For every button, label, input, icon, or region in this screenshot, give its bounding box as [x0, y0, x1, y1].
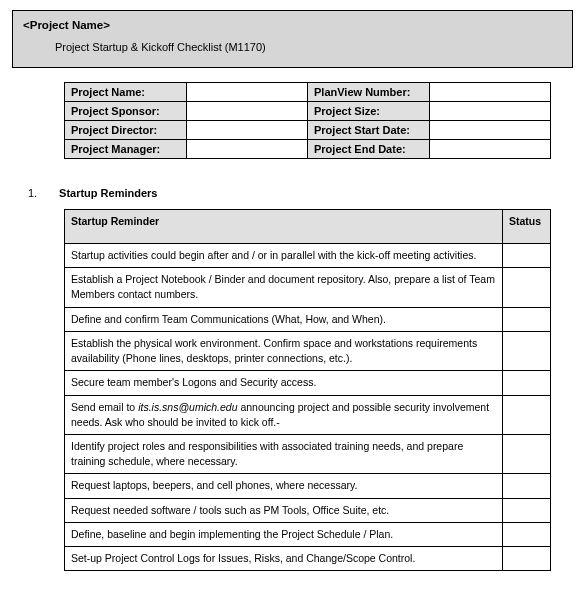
meta-label: Project Sponsor: [65, 102, 187, 121]
checklist-item-status [503, 307, 551, 331]
checklist-item-status [503, 244, 551, 268]
project-meta-block: Project Name:PlanView Number:Project Spo… [12, 82, 573, 159]
checklist-item-status [503, 371, 551, 395]
checklist-row: Request needed software / tools such as … [65, 498, 551, 522]
checklist-item-status [503, 331, 551, 370]
checklist-item-status [503, 268, 551, 307]
section-title: Startup Reminders [59, 187, 157, 199]
meta-label: Project Size: [308, 102, 430, 121]
checklist-item-text: Secure team member's Logons and Security… [65, 371, 503, 395]
checklist-row: Establish a Project Notebook / Binder an… [65, 268, 551, 307]
checklist-row: Identify project roles and responsibilit… [65, 434, 551, 473]
project-name-placeholder: <Project Name> [23, 19, 562, 31]
checklist-row: Establish the physical work environment.… [65, 331, 551, 370]
meta-label: Project Director: [65, 121, 187, 140]
checklist-item-text: Establish the physical work environment.… [65, 331, 503, 370]
checklist-item-text: Define and confirm Team Communications (… [65, 307, 503, 331]
meta-label: Project Name: [65, 83, 187, 102]
project-meta-table: Project Name:PlanView Number:Project Spo… [64, 82, 551, 159]
checklist-item-status [503, 474, 551, 498]
checklist-item-text: Request needed software / tools such as … [65, 498, 503, 522]
checklist-row: Define and confirm Team Communications (… [65, 307, 551, 331]
checklist-block: Startup Reminder Status Startup activiti… [12, 209, 573, 571]
checklist-row: Define, baseline and begin implementing … [65, 522, 551, 546]
meta-value [429, 121, 551, 140]
checklist-item-text: Startup activities could begin after and… [65, 244, 503, 268]
checklist-header-item: Startup Reminder [65, 210, 503, 244]
meta-label: PlanView Number: [308, 83, 430, 102]
document-header: <Project Name> Project Startup & Kickoff… [12, 10, 573, 68]
email-address: its.is.sns@umich.edu [138, 401, 237, 413]
checklist-item-text: Send email to its.is.sns@umich.edu annou… [65, 395, 503, 434]
meta-label: Project End Date: [308, 140, 430, 159]
checklist-item-text: Set-up Project Control Logs for Issues, … [65, 547, 503, 571]
meta-value [186, 121, 308, 140]
checklist-item-status [503, 434, 551, 473]
checklist-item-text: Establish a Project Notebook / Binder an… [65, 268, 503, 307]
meta-label: Project Start Date: [308, 121, 430, 140]
meta-value [186, 102, 308, 121]
section-number: 1. [28, 187, 56, 199]
meta-label: Project Manager: [65, 140, 187, 159]
document-subtitle: Project Startup & Kickoff Checklist (M11… [23, 41, 562, 53]
checklist-item-status [503, 522, 551, 546]
meta-value [429, 102, 551, 121]
checklist-row: Startup activities could begin after and… [65, 244, 551, 268]
checklist-item-status [503, 547, 551, 571]
section-heading: 1. Startup Reminders [12, 187, 573, 199]
meta-row: Project Name:PlanView Number: [65, 83, 551, 102]
checklist-row: Request laptops, beepers, and cell phone… [65, 474, 551, 498]
meta-row: Project Director:Project Start Date: [65, 121, 551, 140]
meta-value [429, 83, 551, 102]
checklist-row: Set-up Project Control Logs for Issues, … [65, 547, 551, 571]
checklist-row: Send email to its.is.sns@umich.edu annou… [65, 395, 551, 434]
checklist-item-text: Identify project roles and responsibilit… [65, 434, 503, 473]
meta-value [186, 140, 308, 159]
checklist-item-status [503, 498, 551, 522]
checklist-table: Startup Reminder Status Startup activiti… [64, 209, 551, 571]
checklist-header-status: Status [503, 210, 551, 244]
checklist-row: Secure team member's Logons and Security… [65, 371, 551, 395]
meta-row: Project Manager:Project End Date: [65, 140, 551, 159]
meta-value [186, 83, 308, 102]
checklist-item-text: Define, baseline and begin implementing … [65, 522, 503, 546]
meta-value [429, 140, 551, 159]
checklist-item-status [503, 395, 551, 434]
checklist-item-text: Request laptops, beepers, and cell phone… [65, 474, 503, 498]
meta-row: Project Sponsor:Project Size: [65, 102, 551, 121]
